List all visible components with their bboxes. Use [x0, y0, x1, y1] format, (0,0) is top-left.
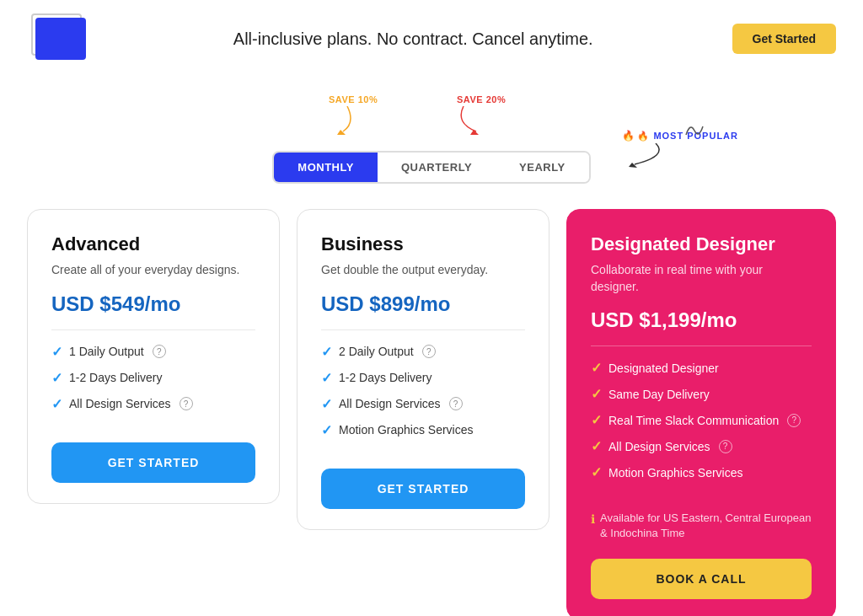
list-item: ✓ 1 Daily Output ?	[51, 344, 255, 360]
list-item: ✓ Real Time Slack Communication ?	[591, 412, 812, 428]
designated-features-list: ✓ Designated Designer ✓ Same Day Deliver…	[591, 360, 812, 490]
business-plan-price: USD $899/mo	[321, 292, 525, 316]
check-icon: ✓	[591, 360, 602, 376]
list-item: ✓ Designated Designer	[591, 360, 812, 376]
advanced-plan-price: USD $549/mo	[51, 292, 255, 316]
list-item: ✓ Motion Graphics Services	[321, 422, 525, 438]
tooltip-icon[interactable]: ?	[719, 440, 732, 453]
monthly-tab[interactable]: MONTHLY	[274, 153, 378, 182]
feature-text: Same Day Delivery	[608, 388, 710, 401]
business-plan-desc: Get double the output everyday.	[321, 262, 525, 279]
tooltip-icon[interactable]: ?	[449, 397, 463, 410]
advanced-cta-button[interactable]: GET STARTED	[51, 442, 255, 483]
billing-toggle: MONTHLY QUARTERLY YEARLY	[272, 151, 590, 184]
most-popular-label: 🔥 🔥 MOST POPULAR	[622, 130, 738, 142]
designated-plan-card: Designated Designer Collaborate in real …	[566, 209, 836, 616]
yearly-tab[interactable]: YEARLY	[496, 153, 589, 182]
check-icon: ✓	[321, 370, 332, 386]
check-icon: ✓	[321, 396, 332, 412]
business-cta-button[interactable]: GET STARTED	[321, 469, 525, 509]
feature-text: All Design Services	[339, 397, 441, 410]
billing-section: SAVE 10% SAVE 20% MONTHLY QUARTERLY YEAR…	[0, 78, 863, 192]
feature-text: Designated Designer	[608, 362, 719, 375]
save-yearly-arrow	[455, 106, 506, 136]
save-quarterly-label: SAVE 10%	[329, 94, 378, 104]
most-popular-arrow	[622, 143, 664, 169]
advanced-plan-desc: Create all of your everyday designs.	[51, 262, 255, 279]
tooltip-icon[interactable]: ?	[422, 345, 436, 358]
header-cta-button[interactable]: Get Started	[732, 24, 836, 54]
info-note: ℹ Available for US Eastern, Central Euro…	[591, 511, 812, 541]
info-icon: ℹ	[591, 512, 595, 528]
info-note-text: Available for US Eastern, Central Europe…	[600, 511, 812, 541]
check-icon: ✓	[321, 422, 332, 438]
feature-text: All Design Services	[69, 397, 171, 410]
header-title: All-inclusive plans. No contract. Cancel…	[94, 29, 732, 49]
business-features-list: ✓ 2 Daily Output ? ✓ 1-2 Days Delivery ✓…	[321, 344, 525, 448]
designated-cta-button[interactable]: BOOK A CALL	[591, 559, 812, 599]
advanced-plan-card: Advanced Create all of your everyday des…	[27, 209, 280, 504]
check-icon: ✓	[51, 370, 62, 386]
quarterly-tab[interactable]: QUARTERLY	[378, 153, 496, 182]
feature-text: Motion Graphics Services	[608, 466, 743, 479]
check-icon: ✓	[591, 386, 602, 402]
tooltip-icon[interactable]: ?	[153, 345, 166, 358]
save-yearly-label: SAVE 20%	[457, 94, 506, 104]
list-item: ✓ 1-2 Days Delivery	[51, 370, 255, 386]
advanced-plan-name: Advanced	[51, 233, 255, 255]
feature-text: Real Time Slack Communication	[608, 414, 779, 427]
feature-text: 2 Daily Output	[339, 345, 414, 358]
business-plan-card: Business Get double the output everyday.…	[297, 209, 549, 530]
feature-text: All Design Services	[608, 440, 710, 453]
feature-text: Motion Graphics Services	[339, 423, 474, 437]
list-item: ✓ All Design Services ?	[51, 396, 255, 412]
check-icon: ✓	[591, 412, 602, 428]
list-item: ✓ 1-2 Days Delivery	[321, 370, 525, 386]
list-item: ✓ All Design Services ?	[591, 438, 812, 454]
tooltip-icon[interactable]: ?	[180, 397, 193, 410]
check-icon: ✓	[51, 396, 62, 412]
feature-text: 1-2 Days Delivery	[339, 371, 432, 384]
list-item: ✓ Motion Graphics Services	[591, 464, 812, 480]
header: All-inclusive plans. No contract. Cancel…	[0, 0, 863, 78]
feature-text: 1-2 Days Delivery	[69, 371, 162, 384]
designated-plan-price: USD $1,199/mo	[591, 308, 812, 332]
logo	[27, 13, 94, 64]
check-icon: ✓	[591, 438, 602, 454]
list-item: ✓ Same Day Delivery	[591, 386, 812, 402]
check-icon: ✓	[321, 344, 332, 360]
squiggle-decoration	[682, 118, 707, 139]
check-icon: ✓	[591, 464, 602, 480]
designated-plan-desc: Collaborate in real time with your desig…	[591, 262, 812, 295]
feature-text: 1 Daily Output	[69, 345, 144, 358]
check-icon: ✓	[51, 344, 62, 360]
list-item: ✓ All Design Services ?	[321, 396, 525, 412]
list-item: ✓ 2 Daily Output ?	[321, 344, 525, 360]
save-quarterly-arrow	[330, 106, 364, 136]
advanced-features-list: ✓ 1 Daily Output ? ✓ 1-2 Days Delivery ✓…	[51, 344, 255, 422]
designated-plan-name: Designated Designer	[591, 233, 812, 255]
plans-section: Advanced Create all of your everyday des…	[0, 192, 863, 616]
business-plan-name: Business	[321, 233, 525, 255]
tooltip-icon[interactable]: ?	[787, 414, 801, 427]
